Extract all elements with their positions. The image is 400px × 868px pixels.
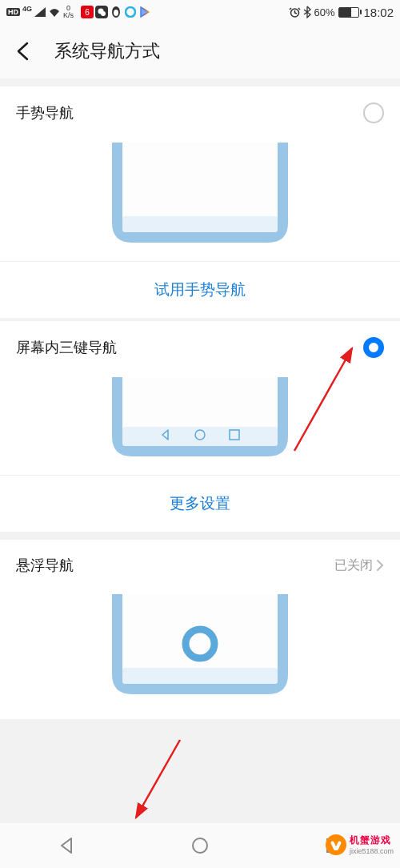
three-key-title: 屏幕内三键导航 <box>16 338 117 357</box>
wifi-icon <box>48 7 61 17</box>
network-4g-icon: 4G <box>22 5 32 13</box>
svg-rect-6 <box>122 216 278 232</box>
hd-badge: HD <box>6 8 20 16</box>
alarm-icon <box>289 6 301 18</box>
svg-point-1 <box>101 11 106 16</box>
illustration-floating <box>0 591 400 719</box>
clock-time: 18:02 <box>363 6 394 19</box>
gesture-nav-title: 手势导航 <box>16 103 74 123</box>
svg-line-13 <box>136 740 180 818</box>
network-speed: 0 K/s <box>63 5 74 19</box>
row-three-key-nav[interactable]: 屏幕内三键导航 <box>0 321 400 374</box>
watermark-brand: 机蟹游戏 <box>350 834 394 847</box>
app-icon: 6 <box>81 6 94 18</box>
nav-home-icon[interactable] <box>190 836 210 855</box>
illustration-gesture <box>0 139 400 261</box>
browser-icon <box>124 6 137 18</box>
section-three-key-nav: 屏幕内三键导航 更多设置 <box>0 321 400 532</box>
radio-gesture[interactable] <box>363 102 384 123</box>
watermark-url: jixie5188.com <box>350 847 394 855</box>
svg-point-3 <box>114 10 118 16</box>
section-gesture-nav: 手势导航 试用手势导航 <box>0 86 400 318</box>
annotation-arrow-2 <box>124 733 204 830</box>
battery-icon <box>338 7 359 18</box>
illustration-three-key <box>0 374 400 475</box>
battery-percent: 60% <box>314 6 334 18</box>
watermark: 机蟹游戏 jixie5188.com <box>326 834 394 855</box>
floating-status: 已关闭 <box>334 557 384 574</box>
link-try-gesture[interactable]: 试用手势导航 <box>0 261 400 318</box>
link-more-settings[interactable]: 更多设置 <box>0 475 400 532</box>
penguin-icon <box>110 6 122 18</box>
chevron-right-icon <box>376 559 384 572</box>
svg-point-4 <box>126 7 135 17</box>
row-floating-nav[interactable]: 悬浮导航 已关闭 <box>0 540 400 591</box>
status-bar: HD 4G 0 K/s 6 <box>0 0 400 24</box>
signal-icon <box>34 7 46 17</box>
radio-three-key[interactable] <box>363 337 384 358</box>
svg-rect-10 <box>122 668 278 684</box>
back-icon[interactable] <box>13 41 34 62</box>
header: 系统导航方式 <box>0 24 400 78</box>
watermark-logo-icon <box>326 834 346 855</box>
bluetooth-icon <box>303 6 311 18</box>
page-title: 系统导航方式 <box>54 39 160 63</box>
nav-back-icon[interactable] <box>58 836 75 855</box>
row-gesture-nav[interactable]: 手势导航 <box>0 86 400 139</box>
svg-point-14 <box>193 838 207 853</box>
wechat-icon <box>95 6 108 18</box>
play-icon <box>138 6 151 18</box>
floating-nav-title: 悬浮导航 <box>16 556 74 575</box>
section-floating-nav: 悬浮导航 已关闭 <box>0 540 400 719</box>
